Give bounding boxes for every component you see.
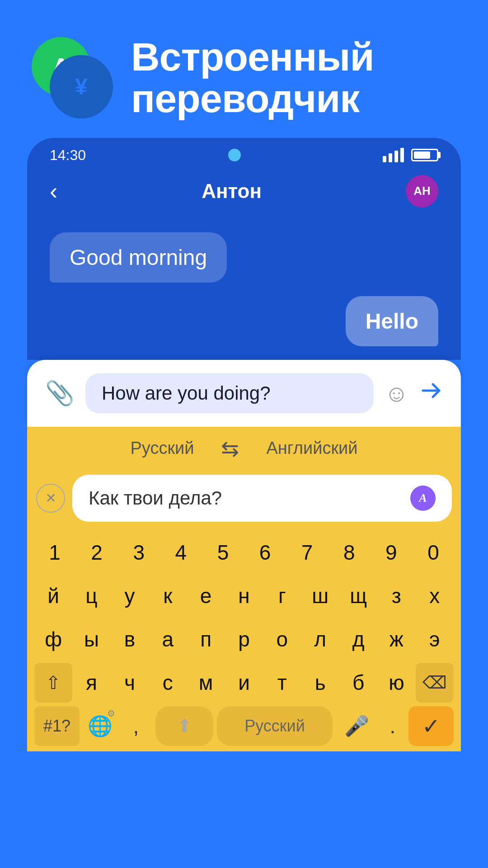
key-я[interactable]: я [72,663,110,703]
move-button[interactable]: ⬆ [155,706,213,746]
done-button[interactable]: ✓ [408,706,454,746]
backspace-button[interactable]: ⌫ [416,663,454,703]
chat-area: Good morning Hello [27,219,461,360]
back-button[interactable]: ‹ [50,178,57,205]
key-7[interactable]: 7 [287,533,328,572]
key-5[interactable]: 5 [202,533,243,572]
received-bubble: Good morning [50,232,227,283]
logo-back-letter: ¥ [75,74,88,100]
key-с[interactable]: с [149,663,187,703]
header-title: Встроенный переводчик [131,36,374,120]
shift-icon: ⇧ [46,672,61,693]
key-у[interactable]: у [111,576,149,616]
keyboard-row1: й ц у к е н г ш щ з х [27,574,461,618]
key-ш[interactable]: ш [301,576,339,616]
avatar: АН [406,175,438,208]
key-ч[interactable]: ч [111,663,149,703]
dot-button[interactable]: . [377,706,408,746]
logo-back-circle: ¥ [50,55,113,118]
key-н[interactable]: н [225,576,263,616]
key-э[interactable]: э [416,619,454,659]
key-ц[interactable]: ц [72,576,110,616]
key-а[interactable]: а [149,619,187,659]
contact-name: Антон [202,180,262,203]
key-п[interactable]: п [187,619,225,659]
number-row: 1 2 3 4 5 6 7 8 9 0 [27,531,461,574]
key-6[interactable]: 6 [245,533,286,572]
symbols-button[interactable]: #1? [34,706,80,746]
nav-bar: ‹ Антон АН [27,168,461,219]
key-ф[interactable]: ф [34,619,72,659]
translator-bar: Русский ⇆ Английский [27,427,461,470]
globe-button[interactable]: ⚙ 🌐 [80,706,120,746]
key-2[interactable]: 2 [76,533,117,572]
key-х[interactable]: х [416,576,454,616]
message-received: Good morning [50,232,227,283]
key-г[interactable]: г [263,576,301,616]
key-в[interactable]: в [111,619,149,659]
key-0[interactable]: 0 [413,533,454,572]
message-sent: Hello [346,296,438,346]
emoji-button[interactable]: ☺ [385,380,408,407]
key-ь[interactable]: ь [301,663,339,703]
attach-button[interactable]: 📎 [45,379,75,407]
key-1[interactable]: 1 [34,533,75,572]
clear-icon: ✕ [45,490,56,506]
comma-button[interactable]: , [120,706,152,746]
status-bar: 14:30 [27,138,461,168]
status-dot [228,149,241,161]
translated-text: Как твои дела? [89,487,222,509]
send-button[interactable] [419,379,443,408]
key-м[interactable]: м [187,663,225,703]
source-language[interactable]: Русский [130,439,194,458]
key-и[interactable]: и [225,663,263,703]
space-label[interactable]: Русский [217,706,333,746]
key-4[interactable]: 4 [160,533,201,572]
key-ы[interactable]: ы [72,619,110,659]
key-е[interactable]: е [187,576,225,616]
battery-icon [411,149,438,161]
mic-icon: 🎤 [344,714,369,738]
key-о[interactable]: о [263,619,301,659]
mic-button[interactable]: 🎤 [336,706,377,746]
phone-mockup: 14:30 ‹ Антон АН Good morning [27,138,461,360]
keyboard-row2: ф ы в а п р о л д ж э [27,618,461,661]
key-з[interactable]: з [377,576,415,616]
input-text[interactable]: How are you doing? [102,382,271,404]
move-icon: ⬆ [177,716,192,736]
key-к[interactable]: к [149,576,187,616]
sent-bubble: Hello [346,296,438,346]
swap-languages-button[interactable]: ⇆ [221,436,239,461]
target-language[interactable]: Английский [266,439,357,458]
backspace-icon: ⌫ [422,673,447,693]
signal-icon [383,148,404,162]
input-area: 📎 How are you doing? ☺ [27,360,461,427]
key-т[interactable]: т [263,663,301,703]
key-8[interactable]: 8 [329,533,370,572]
status-right [383,148,438,162]
key-ю[interactable]: ю [377,663,415,703]
status-time: 14:30 [50,147,86,164]
done-icon: ✓ [422,713,440,739]
key-д[interactable]: д [339,619,377,659]
clear-translation-button[interactable]: ✕ [36,484,65,513]
key-ж[interactable]: ж [377,619,415,659]
key-л[interactable]: л [301,619,339,659]
key-р[interactable]: р [225,619,263,659]
header-section: A ¥ Встроенный переводчик [0,0,488,138]
translate-button[interactable]: A [410,486,436,511]
key-щ[interactable]: щ [339,576,377,616]
shift-button[interactable]: ⇧ [34,663,72,703]
translation-input[interactable]: Как твои дела? A [72,475,452,522]
translation-row: ✕ Как твои дела? A [27,470,461,531]
message-input[interactable]: How are you doing? [85,373,374,413]
key-9[interactable]: 9 [371,533,412,572]
header-title-text: Встроенный переводчик [131,36,374,120]
key-б[interactable]: б [339,663,377,703]
keyboard-bottom-row: #1? ⚙ 🌐 , ⬆ Русский 🎤 . ✓ [27,704,461,751]
key-3[interactable]: 3 [118,533,159,572]
keyboard-area: Русский ⇆ Английский ✕ Как твои дела? A … [27,427,461,751]
key-й[interactable]: й [34,576,72,616]
app-logo: A ¥ [32,37,113,118]
gear-small-icon: ⚙ [107,708,115,719]
